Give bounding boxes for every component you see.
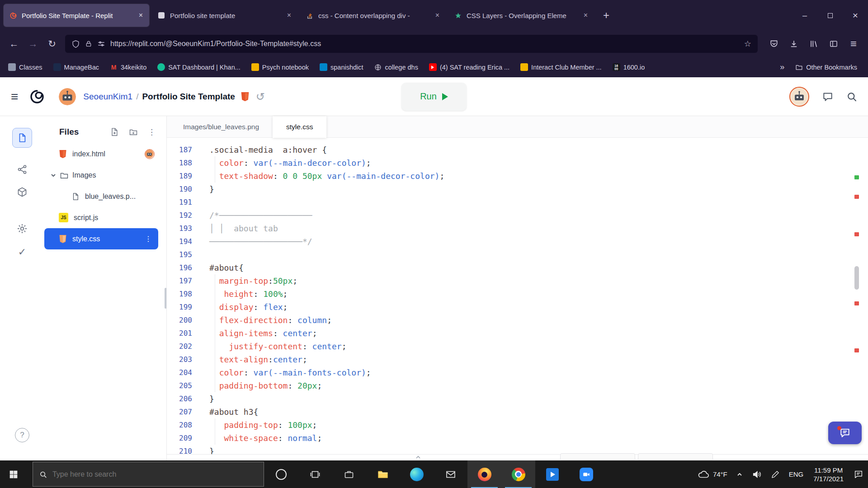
code-line[interactable]: 206} [167, 392, 868, 405]
tab-close-icon[interactable]: × [583, 11, 589, 19]
code-line[interactable]: 194───────────────────*/ [167, 235, 868, 248]
search-icon[interactable] [846, 91, 857, 102]
other-bookmarks[interactable]: Other Bookmarks [795, 63, 857, 71]
code-line[interactable]: 196#about{ [167, 261, 868, 274]
code-line[interactable]: 188 color: var(--main-decor-color); [167, 156, 868, 169]
code-line[interactable]: 210} [167, 445, 868, 454]
panel-expand-caret-icon[interactable] [415, 455, 421, 460]
bookmarks-overflow-chevron[interactable]: » [780, 62, 784, 72]
rail-packages-item[interactable] [17, 187, 28, 197]
rail-settings-item[interactable] [16, 223, 28, 235]
weather-widget[interactable]: 74°F [693, 460, 732, 488]
browser-tab-css-layers[interactable]: CSS Layers - Overlapping Eleme × [448, 4, 594, 27]
history-icon[interactable]: ↺ [256, 90, 265, 103]
clock[interactable]: 11:59 PM 7/17/2021 [808, 460, 849, 488]
code-line[interactable]: 190} [167, 183, 868, 196]
sidebar-toggle-icon[interactable] [824, 35, 844, 52]
code-line[interactable]: 207#about h3{ [167, 405, 868, 418]
edge-button[interactable] [400, 460, 434, 488]
bookmark-sat-reading[interactable]: (4) SAT reading Erica ... [429, 63, 509, 71]
movies-tv-button[interactable] [535, 460, 569, 488]
volume-button[interactable] [747, 460, 766, 488]
code-line[interactable]: 197 margin-top:50px; [167, 274, 868, 287]
tab-close-icon[interactable]: × [138, 11, 144, 19]
firefox-button[interactable] [467, 460, 501, 488]
zoom-button[interactable] [569, 460, 603, 488]
new-tab-button[interactable]: + [597, 9, 616, 22]
bookmark-classes[interactable]: Classes [8, 63, 42, 71]
back-button[interactable]: ← [5, 35, 24, 52]
run-button[interactable]: Run [401, 83, 467, 111]
tray-overflow-button[interactable] [732, 460, 747, 488]
bookmark-sat-dashboard[interactable]: SAT Dashboard | Khan... [157, 63, 241, 71]
language-indicator[interactable]: ENG [784, 460, 808, 488]
editor-tab-style-css[interactable]: style.css [273, 116, 326, 138]
window-close-button[interactable]: × [843, 0, 868, 31]
bookmark-managebac[interactable]: ManageBac [53, 63, 99, 71]
code-line[interactable]: 209 white-space: normal; [167, 432, 868, 445]
bookmark-psych-notebook[interactable]: Psych notebook [251, 63, 309, 71]
file-row-blue-leaves[interactable]: blue_leaves.p... [44, 186, 166, 207]
permissions-icon[interactable] [97, 40, 105, 48]
bookmark-star-icon[interactable]: ☆ [744, 39, 751, 49]
bookmark-1600io[interactable]: 16001600.io [613, 63, 645, 71]
files-menu-icon[interactable]: ⋮ [148, 127, 156, 137]
breadcrumb-username[interactable]: SeoeunKim1 [83, 92, 132, 102]
bookmark-interact-club[interactable]: Interact Club Member ... [520, 63, 602, 71]
app-menu-icon[interactable]: ≡ [844, 35, 863, 52]
support-chat-button[interactable] [828, 422, 862, 444]
file-row-style-css[interactable]: style.css ⋮ [44, 228, 158, 249]
bottom-panel-tab[interactable] [638, 453, 713, 460]
code-line[interactable]: 200 flex-direction: column; [167, 314, 868, 327]
code-line[interactable]: 198 height: 100%; [167, 287, 868, 300]
code-line[interactable]: 199 display: flex; [167, 300, 868, 314]
account-avatar[interactable] [789, 87, 809, 107]
task-view-button[interactable] [298, 460, 332, 488]
rail-share-item[interactable] [17, 164, 28, 175]
replit-menu-icon[interactable]: ≡ [11, 89, 18, 104]
editor-scrollbar-thumb[interactable] [854, 266, 859, 290]
action-center-button[interactable] [849, 460, 868, 488]
pocket-icon[interactable] [764, 35, 784, 52]
code-line[interactable]: 192/*─────────────────── [167, 209, 868, 222]
code-editor[interactable]: 187.social-media a:hover {188 color: var… [167, 138, 868, 454]
code-line[interactable]: 205 padding-bottom: 20px; [167, 379, 868, 392]
pen-button[interactable] [766, 460, 784, 488]
store-app-button[interactable] [332, 460, 366, 488]
breadcrumb-project[interactable]: Portfolio Site Template [142, 92, 235, 102]
user-avatar[interactable] [59, 88, 76, 105]
chrome-button[interactable] [501, 460, 535, 488]
folder-row-images[interactable]: Images [44, 164, 166, 186]
library-icon[interactable] [804, 35, 824, 52]
tab-close-icon[interactable]: × [286, 11, 292, 19]
bookmark-college-dhs[interactable]: college dhs [374, 63, 418, 71]
replit-logo[interactable] [29, 89, 45, 105]
code-line[interactable]: 204 color: var(--main-fonts-color); [167, 366, 868, 379]
reload-button[interactable]: ↻ [42, 35, 61, 52]
cortana-button[interactable] [264, 460, 298, 488]
bookmark-spanishdict[interactable]: spanishdict [320, 63, 363, 71]
file-row-script-js[interactable]: JS script.js [44, 207, 166, 228]
help-button[interactable]: ? [15, 428, 29, 442]
code-line[interactable]: 193│ │ about tab [167, 222, 868, 235]
downloads-icon[interactable] [784, 35, 804, 52]
add-folder-icon[interactable] [129, 127, 138, 136]
code-line[interactable]: 187.social-media a:hover { [167, 143, 868, 156]
browser-tab-portfolio[interactable]: Portfolio site template × [152, 4, 297, 27]
window-maximize-button[interactable] [817, 0, 843, 31]
url-bar[interactable]: https://replit.com/@SeoeunKim1/Portfolio… [65, 35, 758, 53]
file-explorer-button[interactable] [366, 460, 400, 488]
window-minimize-button[interactable]: – [792, 0, 817, 31]
code-line[interactable]: 191 [167, 196, 868, 209]
bottom-panel-tab[interactable] [560, 453, 635, 460]
rail-files-item[interactable] [12, 128, 32, 148]
tab-close-icon[interactable]: × [434, 11, 440, 19]
forward-button[interactable]: → [24, 35, 42, 52]
mail-button[interactable] [434, 460, 467, 488]
add-file-icon[interactable] [110, 127, 119, 136]
code-line[interactable]: 201 align-items: center; [167, 327, 868, 340]
editor-tab-blue-leaves[interactable]: Images/blue_leaves.png [170, 116, 273, 138]
code-line[interactable]: 202 justify-content: center; [167, 340, 868, 353]
start-button[interactable] [0, 460, 27, 488]
code-line[interactable]: 208 padding-top: 100px; [167, 418, 868, 432]
